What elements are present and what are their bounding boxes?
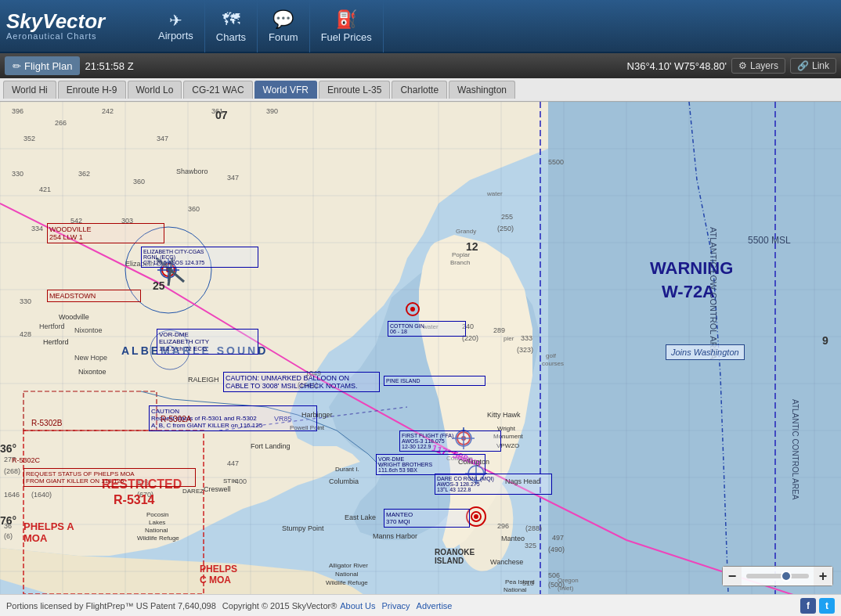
cotton-gin-box: COTTON GIN06 - 18 [388,321,466,337]
twitter-icon[interactable]: t [819,598,835,614]
nav-charts[interactable]: 🗺 Charts [205,0,258,52]
header: SkyVector Aeronautical Charts ✈ Airports… [0,0,841,53]
facebook-icon[interactable]: f [800,598,816,614]
tab-washington[interactable]: Washington [449,81,515,99]
layers-icon: ⚙ [738,60,747,71]
link-button[interactable]: 🔗 Link [790,58,836,74]
nav-charts-label: Charts [216,31,246,43]
fuel-icon: ⛽ [336,9,357,30]
toolbar: ✏ Flight Plan 21:51:58 Z N36°4.10' W75°4… [0,53,841,78]
coordinates-display: N36°4.10' W75°48.80' [627,60,727,72]
nav-airports[interactable]: ✈ Airports [147,0,205,52]
footer-copyright: Copyright © 2015 SkyVector® [222,601,337,611]
nav-fuel-label: Fuel Prices [321,31,372,43]
layers-label: Layers [750,60,778,71]
zoom-minus-button[interactable]: − [723,567,742,585]
pine-island-box: PINE ISLAND [384,376,485,386]
nav-forum-label: Forum [269,31,298,43]
footer: Portions licensed by FlightPrep™ US Pate… [0,594,841,616]
zoom-slider-track[interactable] [746,574,809,578]
caution-balloon-box: CAUTION: UNMARKED BALLOON ONCABLE TO 300… [223,372,380,392]
zoom-slider-thumb[interactable] [781,571,792,582]
dare-co-rgnl-box: DARE CO RGNL (MQI)AWOS-3 128.27513°L 43 … [435,474,552,495]
footer-privacy-link[interactable]: Privacy [382,601,410,611]
time-display: 21:51:58 Z [85,60,133,72]
zoom-controls: − + [722,566,833,586]
logo-text: SkyVector [6,11,105,31]
manteo-box: MANTEO370 MQI [384,509,470,528]
flight-plan-button[interactable]: ✏ Flight Plan [5,56,80,75]
tab-enroute-h9[interactable]: Enroute H-9 [58,81,126,99]
forum-icon: 💬 [273,9,294,30]
layers-button[interactable]: ⚙ Layers [731,58,785,74]
nav-airports-label: Airports [158,30,193,41]
link-label: Link [812,60,829,71]
footer-social: f t [800,598,835,614]
link-icon: 🔗 [797,60,809,71]
tab-enroute-l35[interactable]: Enroute L-35 [319,81,390,99]
elizabeth-city-vor-box: VOR-DMEELIZABETH CITY112.5 ch 72 ECG [157,329,258,355]
elizabeth-city-cgas-box: ELIZABETH CITY-CGASRGNL (ECG)CT: 120.5 A… [141,247,258,268]
woodville-box: WOODVILLE254 LLW 1 [47,223,164,243]
nav-forum[interactable]: 💬 Forum [258,0,310,52]
flight-plan-icon: ✏ [13,60,21,72]
logo-subtitle: Aeronautical Charts [6,31,97,41]
tab-cg21-wac[interactable]: CG-21 WAC [183,81,252,99]
meadstown-box: MEADSTOWN [47,290,141,302]
footer-about-link[interactable]: About Us [340,601,375,611]
zoom-plus-button[interactable]: + [814,567,832,585]
tab-world-vfr[interactable]: World VFR [254,81,317,99]
charts-icon: 🗺 [222,9,240,30]
airports-icon: ✈ [169,11,182,30]
tab-charlotte[interactable]: Charlotte [392,81,447,99]
chart-tabs: World Hi Enroute H-9 World Lo CG-21 WAC … [0,78,841,102]
vor-dme-wright-box: VOR-DMEWRIGHT BROTHERS111.6ch 53 9BX [376,454,485,475]
footer-advertise-link[interactable]: Advertise [417,601,453,611]
footer-attribution: Portions licensed by FlightPrep™ US Pate… [6,601,216,611]
nav-fuel[interactable]: ⛽ Fuel Prices [310,0,384,52]
caution-r5301-box: CAUTIONRequest status of R-5301 and R-53… [149,405,317,431]
logo-area: SkyVector Aeronautical Charts [6,11,139,41]
tab-world-lo[interactable]: World Lo [128,81,182,99]
tab-world-hi[interactable]: World Hi [3,81,56,99]
map-container[interactable]: WARNING W-72A RESTRICTED R-5314 ALBEMARL… [0,102,841,594]
joins-washington-box: Joins Washington [666,344,745,360]
phelps-moa-request-box: REQUEST STATUS OF PHELPS MOAFROM GIANT K… [23,468,196,487]
first-flight-box: FIRST FLIGHT (FFA)AWOS-3 118.07512-30 12… [399,430,501,452]
flight-plan-label: Flight Plan [24,60,72,72]
